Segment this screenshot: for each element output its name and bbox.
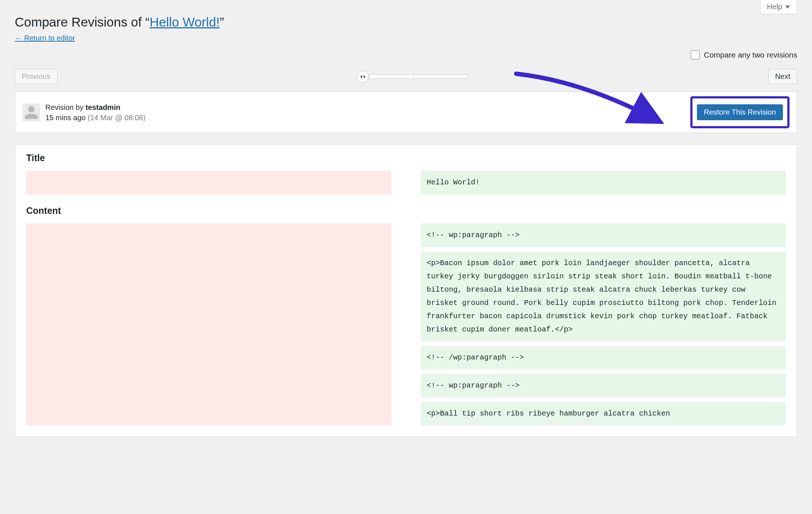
compare-any-two-checkbox[interactable] bbox=[691, 51, 700, 59]
revision-time-ago: 15 mins ago bbox=[45, 114, 86, 122]
content-added-block: <p>Ball tip short ribs ribeye hamburger … bbox=[421, 402, 786, 426]
diff-title-heading: Title bbox=[26, 153, 786, 163]
compare-any-two-label: Compare any two revisions bbox=[704, 51, 797, 59]
help-label: Help bbox=[767, 3, 782, 11]
user-icon bbox=[24, 105, 39, 120]
restore-highlight-box: Restore This Revision bbox=[690, 96, 790, 128]
revision-author: testadmin bbox=[86, 103, 120, 111]
content-added-col: <!-- wp:paragraph --><p>Bacon ipsum dolo… bbox=[421, 223, 786, 426]
avatar bbox=[22, 104, 40, 121]
page-title-suffix: ” bbox=[220, 15, 224, 29]
restore-this-revision-button[interactable]: Restore This Revision bbox=[697, 104, 783, 120]
revision-by-label: Revision by bbox=[45, 103, 86, 111]
slider-handle[interactable] bbox=[357, 71, 369, 83]
next-button[interactable]: Next bbox=[768, 69, 797, 84]
page-title-prefix: Compare Revisions of “ bbox=[15, 15, 150, 29]
content-removed-block bbox=[26, 223, 391, 426]
content-removed-col bbox=[26, 223, 391, 426]
diff-panel: Title Hello World! Content <!-- wp:parag… bbox=[15, 144, 797, 437]
slider-track[interactable] bbox=[369, 74, 468, 79]
content-added-block: <p>Bacon ipsum dolor amet pork loin land… bbox=[421, 251, 786, 341]
revision-timestamp: (14 Mar @ 08:08) bbox=[88, 114, 146, 122]
title-removed bbox=[26, 171, 391, 194]
content-added-block: <!-- wp:paragraph --> bbox=[421, 374, 786, 397]
title-added: Hello World! bbox=[421, 171, 786, 194]
post-title-link[interactable]: Hello World! bbox=[150, 15, 220, 29]
return-to-editor-link[interactable]: ← Return to editor bbox=[15, 34, 75, 42]
previous-button[interactable]: Previous bbox=[15, 69, 58, 84]
content-added-block: <!-- wp:paragraph --> bbox=[421, 223, 786, 247]
page-title: Compare Revisions of “Hello World!” bbox=[15, 15, 797, 29]
slider-arrows-icon bbox=[360, 75, 365, 79]
revision-info-bar: Revision by testadmin 15 mins ago (14 Ma… bbox=[15, 91, 797, 133]
content-added-block: <!-- /wp:paragraph --> bbox=[421, 346, 786, 369]
chevron-down-icon bbox=[785, 4, 790, 10]
diff-content-heading: Content bbox=[26, 205, 786, 216]
help-tab[interactable]: Help bbox=[760, 0, 797, 14]
revision-meta: Revision by testadmin 15 mins ago (14 Ma… bbox=[45, 102, 146, 123]
revision-slider[interactable] bbox=[357, 71, 468, 83]
